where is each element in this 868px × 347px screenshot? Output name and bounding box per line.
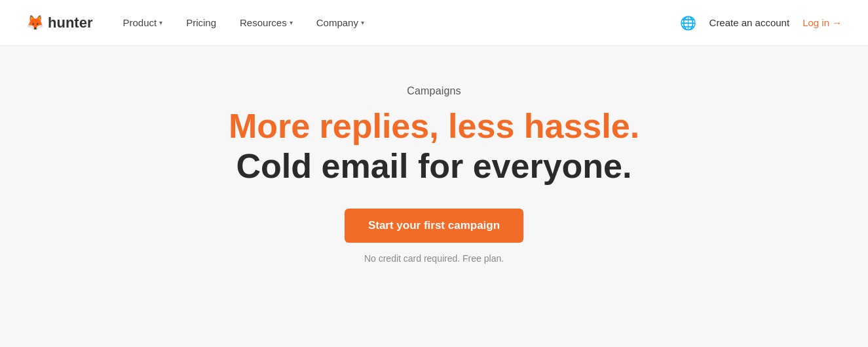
nav-item-product[interactable]: Product ▾: [112, 12, 173, 33]
hero-section: Campaigns More replies, less hassle. Col…: [0, 46, 868, 303]
login-link[interactable]: Log in →: [802, 17, 842, 28]
nav-item-company[interactable]: Company ▾: [306, 12, 375, 33]
hero-title-orange: More replies, less hassle.: [229, 108, 639, 145]
logo[interactable]: 🦊 hunter: [26, 14, 92, 31]
logo-icon: 🦊: [26, 14, 44, 31]
cta-button[interactable]: Start your first campaign: [345, 209, 523, 243]
nav-item-product-label: Product: [123, 17, 157, 28]
create-account-link[interactable]: Create an account: [709, 17, 790, 28]
globe-icon[interactable]: 🌐: [680, 15, 696, 31]
nav-item-resources-label: Resources: [240, 17, 287, 28]
nav-item-company-label: Company: [316, 17, 358, 28]
hero-sub-text: No credit card required. Free plan.: [364, 253, 504, 264]
nav-item-resources[interactable]: Resources ▾: [229, 12, 303, 33]
arrow-icon: →: [832, 17, 842, 28]
chevron-down-icon: ▾: [159, 19, 162, 26]
logo-text: hunter: [48, 14, 92, 31]
chevron-down-icon: ▾: [361, 19, 364, 26]
nav-right: 🌐 Create an account Log in →: [680, 15, 842, 31]
nav-links: Product ▾ Pricing Resources ▾ Company ▾: [112, 12, 679, 33]
chevron-down-icon: ▾: [290, 19, 293, 26]
login-label: Log in: [802, 17, 829, 28]
navbar: 🦊 hunter Product ▾ Pricing Resources ▾ C…: [0, 0, 868, 46]
hero-title-dark: Cold email for everyone.: [236, 148, 632, 185]
nav-item-pricing[interactable]: Pricing: [176, 12, 227, 33]
nav-item-pricing-label: Pricing: [186, 17, 216, 28]
hero-label: Campaigns: [407, 85, 461, 97]
